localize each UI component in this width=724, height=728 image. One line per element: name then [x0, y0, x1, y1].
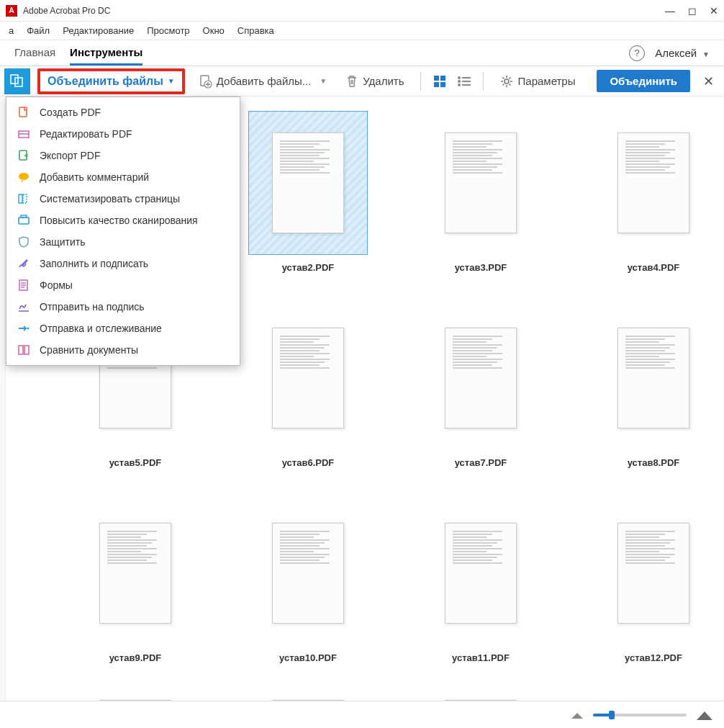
- svg-rect-9: [462, 77, 471, 78]
- file-name: устав6.PDF: [282, 457, 335, 468]
- dropdown-item-label: Добавить комментарий: [40, 171, 149, 183]
- send-sign-icon: [17, 300, 31, 314]
- file-thumbnail[interactable]: устав10.PDF: [222, 501, 394, 663]
- forms-icon: [17, 278, 31, 292]
- chevron-down-icon: ▼: [168, 77, 175, 85]
- file-thumbnail[interactable]: устав8.PDF: [567, 306, 724, 468]
- menu-file[interactable]: Файл: [22, 24, 54, 37]
- window-maximize-button[interactable]: ◻: [688, 5, 697, 17]
- file-thumbnail[interactable]: устав4.PDF: [567, 111, 724, 273]
- edit-pdf-icon: [17, 127, 31, 141]
- file-name: устав2.PDF: [282, 262, 335, 273]
- file-name: устав11.PDF: [452, 652, 510, 663]
- svg-point-25: [27, 328, 30, 330]
- dropdown-item-label: Заполнить и подписать: [40, 258, 148, 269]
- dropdown-item-export-pdf[interactable]: Экспорт PDF: [6, 145, 240, 166]
- thumbnail-frame: [594, 111, 713, 255]
- file-name: устав5.PDF: [109, 457, 162, 468]
- file-thumbnail[interactable]: устав12.PDF: [567, 501, 724, 663]
- compare-icon: [17, 343, 31, 357]
- tab-home[interactable]: Главная: [14, 40, 55, 66]
- zoom-out-icon[interactable]: [570, 710, 584, 720]
- file-name: устав8.PDF: [628, 457, 680, 468]
- add-files-button[interactable]: Добавить файлы... ▼: [192, 71, 332, 91]
- window-close-button[interactable]: ✕: [710, 5, 718, 17]
- svg-rect-16: [19, 107, 27, 117]
- dropdown-item-compare[interactable]: Сравнить документы: [6, 339, 240, 361]
- file-thumbnail[interactable]: устав7.PDF: [394, 306, 567, 468]
- comment-icon: [17, 170, 31, 184]
- options-button[interactable]: Параметры: [494, 71, 582, 91]
- toolbar-separator: [483, 72, 484, 91]
- menu-help[interactable]: Справка: [233, 24, 279, 37]
- page-preview: [445, 523, 517, 624]
- thumbnail-frame: [248, 111, 368, 255]
- page-preview: [99, 523, 171, 624]
- zoom-slider[interactable]: [593, 714, 687, 716]
- page-preview: [272, 328, 344, 428]
- file-thumbnail[interactable]: устав6.PDF: [222, 306, 394, 468]
- dropdown-item-edit-pdf[interactable]: Редактировать PDF: [6, 123, 240, 145]
- thumbnail-frame: [594, 306, 713, 450]
- svg-rect-7: [440, 82, 445, 87]
- grid-icon: [433, 75, 446, 88]
- dropdown-item-label: Отправка и отслеживание: [40, 323, 162, 334]
- create-pdf-icon: [17, 105, 31, 120]
- app-title: Adobe Acrobat Pro DC: [23, 6, 110, 16]
- combine-button[interactable]: Объединить: [597, 70, 690, 92]
- dropdown-item-send-sign[interactable]: Отправить на подпись: [6, 296, 240, 318]
- dropdown-item-send-track[interactable]: Отправка и отслеживание: [6, 318, 240, 339]
- menubar: а Файл Редактирование Просмотр Окно Спра…: [0, 22, 724, 40]
- svg-rect-11: [462, 81, 471, 82]
- combine-tool-icon[interactable]: [4, 68, 30, 94]
- view-grid-button[interactable]: [431, 73, 448, 90]
- page-preview: [272, 132, 344, 233]
- view-list-button[interactable]: [456, 73, 473, 90]
- dropdown-item-label: Создать PDF: [40, 107, 101, 118]
- user-menu[interactable]: Алексей ▼: [655, 47, 710, 59]
- gear-icon: [499, 74, 514, 89]
- file-name: устав3.PDF: [455, 262, 507, 273]
- combine-files-label: Объединить файлы: [47, 75, 163, 88]
- dropdown-item-label: Формы: [40, 279, 73, 291]
- combine-files-dropdown[interactable]: Объединить файлы ▼: [37, 68, 185, 94]
- svg-rect-21: [23, 194, 27, 203]
- thumbnail-frame: [76, 501, 195, 645]
- enhance-scan-icon: [17, 213, 31, 228]
- app-logo-icon: A: [6, 5, 17, 17]
- file-thumbnail[interactable]: устав3.PDF: [394, 111, 567, 273]
- chevron-down-icon: ▼: [702, 50, 710, 58]
- dropdown-item-protect[interactable]: Защитить: [6, 231, 240, 253]
- svg-point-19: [19, 173, 29, 180]
- dropdown-item-enhance-scan[interactable]: Повысить качество сканирования: [6, 210, 240, 231]
- page-preview: [445, 132, 517, 233]
- delete-button[interactable]: Удалить: [340, 71, 409, 91]
- menu-edit[interactable]: Редактирование: [58, 24, 138, 37]
- tab-tools[interactable]: Инструменты: [70, 40, 142, 66]
- thumbnail-frame: [421, 501, 540, 645]
- dropdown-item-create-pdf[interactable]: Создать PDF: [6, 102, 240, 123]
- organize-icon: [17, 192, 31, 206]
- help-icon[interactable]: ?: [629, 45, 645, 61]
- thumbnail-frame: [421, 111, 540, 255]
- dropdown-item-comment[interactable]: Добавить комментарий: [6, 166, 240, 188]
- dropdown-item-organize[interactable]: Систематизировать страницы: [6, 188, 240, 210]
- file-name: устав12.PDF: [625, 652, 682, 663]
- toolbar-separator: [420, 72, 421, 91]
- titlebar: A Adobe Acrobat Pro DC — ◻ ✕: [0, 0, 724, 22]
- menu-window[interactable]: Окно: [199, 24, 229, 37]
- zoom-in-icon[interactable]: [695, 709, 714, 722]
- dropdown-item-forms[interactable]: Формы: [6, 274, 240, 296]
- zoom-bar: [0, 701, 724, 728]
- file-name: устав4.PDF: [628, 262, 680, 273]
- file-thumbnail[interactable]: устав9.PDF: [49, 501, 222, 663]
- file-name: устав9.PDF: [109, 652, 162, 663]
- window-minimize-button[interactable]: —: [665, 5, 675, 17]
- tools-dropdown: Создать PDFРедактировать PDFЭкспорт PDFД…: [6, 96, 240, 366]
- dropdown-item-fill-sign[interactable]: Заполнить и подписать: [6, 253, 240, 274]
- file-thumbnail[interactable]: устав2.PDF: [222, 111, 394, 273]
- menu-view[interactable]: Просмотр: [142, 24, 194, 37]
- panel-close-button[interactable]: ✕: [697, 73, 720, 89]
- export-pdf-icon: [17, 148, 31, 163]
- file-thumbnail[interactable]: устав11.PDF: [394, 501, 567, 663]
